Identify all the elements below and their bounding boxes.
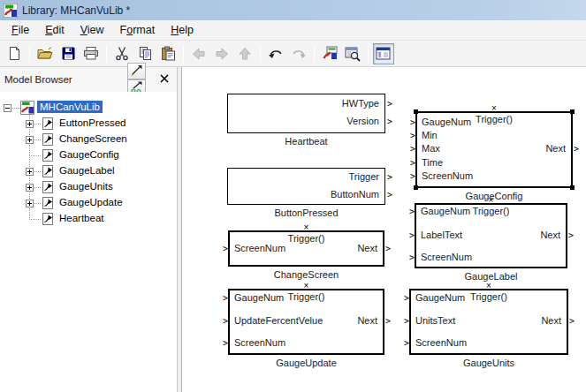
- tree-expand-box-gaugelabel[interactable]: [26, 168, 34, 176]
- close-panel-button[interactable]: [156, 72, 172, 87]
- block-name-label: ButtonPressed: [210, 207, 402, 218]
- menu-help[interactable]: Help: [163, 21, 202, 39]
- tree-expand-box-gaugeunits[interactable]: [26, 184, 34, 192]
- copy-button[interactable]: [134, 43, 156, 64]
- undo-button[interactable]: [265, 43, 286, 64]
- redo-icon: [291, 47, 307, 60]
- block-name-label: ChangeScreen: [212, 269, 400, 280]
- model-browser-panel: Model Browser MHCanVuLibEuttonPressedCha…: [0, 67, 177, 392]
- up-icon: [238, 46, 252, 61]
- print-icon: [83, 46, 99, 61]
- input-port-arrow-icon: >: [404, 294, 409, 303]
- forward-icon: [214, 47, 230, 61]
- tree-connector-line: [12, 108, 20, 109]
- block-gaugeconfig[interactable]: ×Trigger()>GaugeNum>Min>Max>Time>ScreenN…: [415, 111, 573, 188]
- simulink-library-button[interactable]: [319, 43, 340, 64]
- tree-item-heartbeat[interactable]: Heartbeat: [57, 212, 107, 224]
- block-name-label: GaugeUnits: [393, 358, 584, 368]
- input-port-screennum: ScreenNum: [422, 170, 473, 181]
- output-port-next: Next: [545, 143, 566, 154]
- trigger-port-icon: ×: [230, 282, 383, 290]
- cut-button[interactable]: [111, 43, 133, 64]
- output-port-buttonnum: ButtonNum: [331, 189, 379, 200]
- trigger-port-icon: ×: [411, 282, 567, 290]
- menu-edit[interactable]: Edit: [37, 21, 72, 39]
- save-model-button[interactable]: [57, 43, 79, 64]
- library-browser-button[interactable]: [342, 43, 363, 64]
- tree-item-gaugeupdate[interactable]: GaugeUpdate: [57, 196, 126, 208]
- tree-expand-box-changescreen[interactable]: [26, 136, 34, 144]
- output-port-version: Version: [346, 116, 379, 126]
- block-changescreen[interactable]: ×Trigger()>ScreenNum>NextChangeScreen: [228, 230, 384, 267]
- new-model-button[interactable]: [4, 43, 25, 64]
- output-port-arrow-icon: >: [385, 245, 391, 253]
- tree-item-gaugeunits[interactable]: GaugeUnits: [57, 180, 116, 192]
- block-gaugelabel[interactable]: ×Trigger()>GaugeNum>LabelText>ScreenNum>…: [415, 203, 567, 268]
- show-library-links-icon: [130, 64, 143, 79]
- input-port-gaugenum: GaugeNum: [415, 292, 465, 303]
- modelbrowser-icon: [376, 47, 392, 61]
- selection-handle: [570, 185, 575, 190]
- output-port-arrow-icon: >: [569, 317, 575, 326]
- output-port-arrow-icon: >: [385, 317, 391, 326]
- output-port-arrow-icon: >: [568, 231, 574, 240]
- input-port-arrow-icon: >: [410, 145, 415, 154]
- input-port-arrow-icon: >: [409, 253, 415, 262]
- open-model-button[interactable]: [34, 43, 56, 64]
- tree-expand-box-gaugeupdate[interactable]: [26, 200, 34, 207]
- block-gaugeunits[interactable]: ×Trigger()>GaugeNum>UnitsText>ScreenNum>…: [409, 289, 568, 355]
- tree-item-changescreen[interactable]: ChangeScreen: [57, 132, 130, 145]
- subsystem-icon: [42, 196, 54, 212]
- menu-view[interactable]: View: [72, 21, 112, 39]
- block-buttonpressed[interactable]: >Trigger>ButtonNumButtonPressed: [227, 168, 385, 205]
- tree-item-root[interactable]: MHCanVuLib: [37, 101, 103, 113]
- subsystem-icon: [42, 132, 54, 148]
- block-heartbeat[interactable]: >HWType>VersionHeartbeat: [227, 94, 385, 133]
- menu-format[interactable]: Format: [112, 21, 164, 39]
- input-port-screennum: ScreenNum: [234, 337, 285, 348]
- output-port-next: Next: [540, 230, 560, 240]
- input-port-screennum: ScreenNum: [421, 252, 472, 262]
- model-browser-toggle-button[interactable]: [373, 43, 394, 64]
- tree-connector-line: [29, 219, 41, 220]
- show-library-links-button[interactable]: [127, 63, 146, 79]
- main-area: Model Browser MHCanVuLibEuttonPressedCha…: [0, 67, 586, 392]
- input-port-arrow-icon: >: [223, 245, 228, 253]
- input-port-time: Time: [422, 157, 443, 168]
- tree-item-gaugelabel[interactable]: GaugeLabel: [57, 164, 118, 177]
- go-forward-button: [211, 43, 232, 64]
- tree-item-euttonpressed[interactable]: EuttonPressed: [57, 117, 128, 129]
- undo-icon: [268, 47, 284, 60]
- tree-item-gaugeconfig[interactable]: GaugeConfig: [57, 148, 122, 161]
- menubar: FileEditViewFormatHelp: [0, 20, 586, 41]
- toolbar-separator: [314, 45, 315, 63]
- cut-icon: [115, 46, 129, 61]
- model-browser-header: Model Browser: [0, 67, 177, 92]
- new-icon: [7, 46, 22, 61]
- input-port-updatefercentvelue: UpdateFercentVelue: [234, 315, 323, 326]
- simulink-library-window: Library: MHCanVuLib * FileEditViewFormat…: [0, 0, 586, 392]
- menu-file[interactable]: File: [4, 21, 37, 39]
- simulink-icon: [323, 46, 338, 61]
- paste-button[interactable]: [157, 43, 179, 64]
- tree-expand-box-euttonpressed[interactable]: [26, 120, 34, 128]
- library-icon: [20, 101, 34, 117]
- output-port-arrow-icon: >: [387, 191, 392, 200]
- libbrowser-icon: [345, 46, 361, 62]
- input-port-arrow-icon: >: [223, 317, 228, 326]
- diagram-canvas[interactable]: >HWType>VersionHeartbeat>Trigger>ButtonN…: [182, 67, 586, 392]
- output-port-arrow-icon: >: [387, 117, 392, 126]
- tree-root-collapse-box[interactable]: [4, 104, 11, 112]
- trigger-port-icon: ×: [417, 104, 571, 113]
- print-button[interactable]: [80, 43, 102, 64]
- block-gaugeupdate[interactable]: ×Trigger()>GaugeNum>UpdateFercentVelue>S…: [228, 289, 384, 355]
- simulink-app-icon: [4, 4, 18, 18]
- output-port-trigger: Trigger: [349, 171, 379, 182]
- output-port-arrow-icon: >: [387, 100, 392, 109]
- input-port-screennum: ScreenNum: [415, 337, 467, 348]
- input-port-unitstext: UnitsText: [415, 315, 455, 326]
- tree-connector-line: [29, 155, 41, 156]
- output-port-arrow-icon: >: [387, 173, 392, 182]
- input-port-gaugenum: GaugeNum: [234, 292, 284, 303]
- input-port-arrow-icon: >: [223, 294, 228, 303]
